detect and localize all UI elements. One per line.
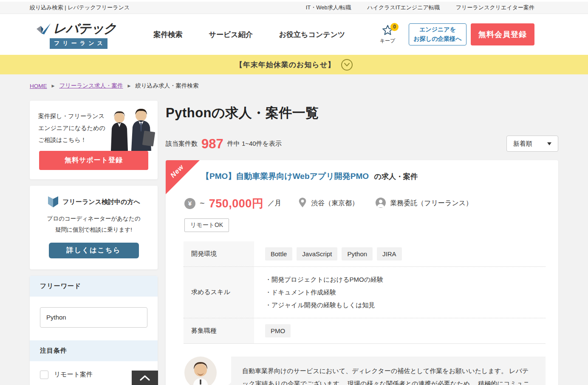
consult-text-line: 案件探し・フリーランス	[38, 110, 149, 122]
job-listing-card: New 【PMO】自動車業界向けWebアプリ開発PMO の求人・案件 ¥ ~ 7…	[166, 160, 558, 385]
result-count-number: 987	[201, 137, 223, 150]
breadcrumb-home[interactable]: HOME	[30, 83, 47, 89]
keyword-search-input[interactable]	[40, 307, 147, 328]
skill-item: ・アジャイル開発の経験もしくは知見	[265, 299, 541, 311]
topbar-link-creator[interactable]: フリーランスクリエイター案件	[456, 4, 534, 11]
main-nav: 案件検索 サービス紹介 お役立ちコンテンツ	[154, 30, 345, 40]
comment-bubble: 自動車業界向けのサービスにおいて、ディレクターの補佐として作業をお願いいたします…	[231, 357, 546, 385]
breadcrumb-freelance-jobs[interactable]: フリーランス求人・案件	[59, 82, 123, 90]
consult-banner-card: 案件探し・フリーランス エンジニアになるための ご相談はこちら！ 無料サポート登…	[30, 101, 158, 179]
keep-label: キープ	[376, 37, 399, 45]
consult-text-line: ご相談はこちら！	[38, 134, 149, 146]
consult-text-line: エンジニアになるための	[38, 122, 149, 134]
filter-featured-header: 注目条件	[30, 340, 158, 361]
filter-panel: フリーワード 注目条件 リモート案件 オンライン商談OK	[30, 276, 158, 385]
beginner-mark-icon	[47, 195, 59, 209]
free-support-register-button[interactable]: 無料サポート登録	[39, 151, 148, 170]
logo-sub-text: フリーランス	[50, 38, 107, 49]
nav-item-contents[interactable]: お役立ちコンテンツ	[279, 30, 345, 40]
topbar-links: IT・Web求人/転職 ハイクラスITエンジニア転職 フリーランスクリエイター案…	[306, 4, 534, 11]
skill-item: ・ドキュメント作成経験	[265, 286, 541, 299]
env-tag: JavaScript	[297, 247, 337, 260]
person-icon	[376, 198, 386, 209]
employer-button-line1: エンジニアを	[419, 25, 456, 34]
location-pin-icon	[298, 197, 307, 209]
table-row-skills: 求めるスキル ・開発プロジェクトにおけるPMOの経験 ・ドキュメント作成経験 ・…	[184, 267, 546, 318]
role-label: 募集職種	[184, 318, 254, 343]
new-ribbon	[166, 160, 200, 194]
price-unit: ／月	[268, 199, 281, 208]
site-header: レバテック フリーランス 案件検索 サービス紹介 お役立ちコンテンツ 0 キープ…	[0, 14, 588, 55]
back-to-top-button[interactable]	[132, 371, 158, 385]
notice-banner-text: 【年末年始休業のお知らせ】	[235, 60, 336, 70]
env-label: 開発環境	[184, 241, 254, 266]
coordinator-avatar	[184, 357, 217, 385]
main-content: Pythonの求人・案件一覧 該当案件数 987 件中 1~40件を表示 新着順…	[166, 101, 558, 385]
logo-check-icon	[36, 23, 51, 37]
employer-button-line2: お探しの企業様へ	[413, 34, 461, 44]
banner-chevron-down-icon[interactable]	[341, 59, 353, 71]
beginner-title-text: フリーランス検討中の方へ	[62, 198, 140, 206]
skill-item: ・開発プロジェクトにおけるPMOの経験	[265, 273, 541, 286]
job-price: ¥ ~ 750,000円 ／月	[184, 196, 281, 211]
keep-count-badge: 0	[390, 23, 399, 31]
coordinator-comment: 自動車業界向けのサービスにおいて、ディレクターの補佐として作業をお願いいたします…	[184, 357, 546, 385]
topbar-page-label: 絞り込み検索 | レバテックフリーランス	[30, 4, 130, 11]
page-title: Pythonの求人・案件一覧	[166, 104, 558, 122]
site-logo[interactable]: レバテック フリーランス	[36, 20, 116, 49]
env-tag: Bottle	[265, 247, 292, 260]
env-tag: Python	[342, 247, 373, 260]
job-location: 渋谷（東京都）	[298, 197, 359, 209]
remote-checkbox[interactable]	[40, 371, 48, 379]
free-register-button[interactable]: 無料会員登録	[471, 23, 534, 45]
keep-star-icon	[382, 30, 393, 37]
topbar-link-highclass[interactable]: ハイクラスITエンジニア転職	[367, 4, 440, 11]
nav-item-service[interactable]: サービス紹介	[209, 30, 253, 40]
nav-item-search[interactable]: 案件検索	[154, 30, 183, 40]
beginner-text-line: 疑問に個別で相談に乗ります!	[37, 224, 151, 235]
beginner-info-card: フリーランス検討中の方へ プロのコーディネーターがあなたの 疑問に個別で相談に乗…	[30, 186, 158, 269]
beginner-text-line: プロのコーディネーターがあなたの	[37, 213, 151, 224]
job-title-suffix: の求人・案件	[374, 173, 418, 181]
result-count: 該当案件数 987 件中 1~40件を表示	[166, 137, 282, 150]
keep-button[interactable]: 0 キープ	[376, 25, 399, 45]
role-tag: PMO	[265, 324, 291, 337]
yen-icon: ¥	[184, 198, 195, 209]
location-text: 渋谷（東京都）	[311, 199, 359, 208]
table-row-environment: 開発環境 Bottle JavaScript Python JIRA	[184, 241, 546, 267]
env-tag: JIRA	[377, 247, 402, 260]
sort-dropdown[interactable]: 新着順	[506, 136, 558, 152]
breadcrumb-separator-icon: ▶	[128, 84, 131, 88]
logo-text: レバテック	[53, 20, 116, 37]
employer-button[interactable]: エンジニアを お探しの企業様へ	[409, 23, 466, 45]
breadcrumb: HOME ▶ フリーランス求人・案件 ▶ 絞り込み求人・案件検索	[30, 82, 588, 90]
sort-dropdown-value: 新着順	[513, 140, 532, 148]
sort-dropdown-arrow-icon	[547, 142, 551, 145]
remote-checkbox-label: リモート案件	[54, 371, 93, 379]
job-title-link[interactable]: 【PMO】自動車業界向けWebアプリ開発PMO	[201, 172, 369, 181]
price-amount: 750,000円	[209, 196, 264, 211]
filter-keyword-header: フリーワード	[30, 276, 158, 297]
job-detail-table: 開発環境 Bottle JavaScript Python JIRA 求めるスキ…	[184, 241, 546, 344]
remote-ok-tag: リモートOK	[184, 218, 229, 232]
table-row-role: 募集職種 PMO	[184, 318, 546, 343]
result-count-suffix: 件中 1~40件を表示	[227, 140, 282, 148]
skills-label: 求めるスキル	[184, 267, 254, 318]
details-button[interactable]: 詳しくはこちら	[49, 243, 139, 258]
result-count-prefix: 該当案件数	[166, 140, 198, 148]
job-contract: 業務委託（フリーランス）	[376, 198, 472, 209]
chevron-up-icon	[139, 375, 150, 381]
topbar-link-it-web[interactable]: IT・Web求人/転職	[306, 4, 351, 11]
breadcrumb-separator-icon: ▶	[52, 84, 55, 88]
topbar: 絞り込み検索 | レバテックフリーランス IT・Web求人/転職 ハイクラスIT…	[0, 2, 588, 14]
contract-text: 業務委託（フリーランス）	[390, 199, 472, 208]
breadcrumb-current: 絞り込み求人・案件検索	[135, 82, 198, 90]
price-tilde: ~	[200, 198, 205, 208]
notice-banner: 【年末年始休業のお知らせ】	[0, 55, 588, 74]
sidebar: 案件探し・フリーランス エンジニアになるための ご相談はこちら！ 無料サポート登…	[30, 101, 158, 385]
